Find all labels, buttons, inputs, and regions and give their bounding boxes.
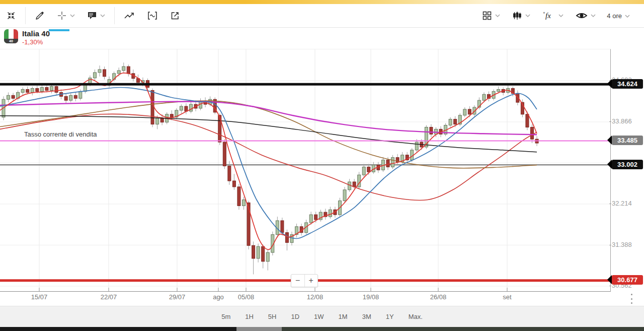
chevron-down-icon [591, 14, 596, 18]
candle [391, 158, 394, 167]
collapse-button[interactable] [0, 4, 22, 27]
trend-line-button[interactable] [118, 4, 141, 27]
chevron-down-icon [525, 14, 530, 18]
timeframe-button-max[interactable]: Max. [407, 312, 424, 321]
candle [314, 215, 317, 220]
toolbar-divider [114, 7, 115, 24]
collapse-icon [6, 11, 16, 21]
toolbar-right-group: + fx 4 o [476, 4, 644, 27]
candle [98, 70, 101, 73]
candle [31, 88, 34, 92]
candle [64, 96, 67, 100]
candle [103, 70, 106, 77]
x-axis-label: 26/08 [430, 293, 447, 301]
y-axis-label: 32.214 [612, 200, 632, 207]
chevron-down-icon [70, 14, 75, 18]
chart-toolbar: + fx 4 o [0, 4, 644, 28]
candle [21, 89, 24, 92]
x-axis-label: 22/07 [101, 293, 117, 301]
timeframe-button-3m[interactable]: 3M [361, 312, 373, 321]
zoom-in-button[interactable]: + [305, 275, 318, 287]
active-tool-underline [49, 29, 69, 31]
italy-flag-icon: 40 [4, 29, 18, 43]
layout-grid-button[interactable] [476, 4, 506, 27]
candle [262, 246, 265, 261]
functions-button[interactable]: + fx [536, 4, 570, 27]
price-chart[interactable] [0, 49, 611, 292]
interval-select[interactable]: 4 ore [602, 12, 638, 20]
candle [151, 90, 154, 124]
candle [228, 166, 231, 181]
draw-button[interactable] [29, 4, 51, 27]
candle [309, 215, 312, 223]
candle [69, 95, 72, 100]
crosshair-icon [57, 11, 67, 21]
timeframe-button-1y[interactable]: 1Y [384, 312, 395, 321]
candle [45, 88, 48, 91]
candle [362, 167, 365, 175]
crosshair-tool-button[interactable] [51, 4, 81, 27]
candle [93, 73, 96, 78]
chevron-down-icon [558, 14, 564, 18]
candle [329, 210, 332, 217]
fx-icon: + fx [542, 11, 555, 21]
timeframe-button-1m[interactable]: 1M [337, 312, 349, 321]
indicator-brackets-button[interactable] [141, 4, 164, 27]
candle [415, 142, 418, 150]
svg-text:fx: fx [545, 12, 551, 20]
chart-area: Tasso corrente di vendita 34.69233.86632… [0, 0, 644, 331]
candle [189, 104, 192, 111]
more-options-button[interactable] [628, 294, 634, 304]
candle [449, 119, 452, 125]
trend-arrow-icon [124, 11, 135, 20]
price-badge: 34.624 [612, 79, 643, 89]
top-progress-bar [0, 0, 644, 4]
y-axis-label: 30.562 [612, 282, 632, 289]
price-badge: 30.677 [612, 275, 643, 285]
trading-chart-app: + fx 4 o [0, 0, 644, 331]
timeframe-bar: 5m1H5H1D1W1M3M1YMax. [0, 306, 644, 327]
timeframe-button-5h[interactable]: 5H [267, 312, 278, 321]
zoom-out-button[interactable]: − [291, 275, 305, 287]
eye-icon [576, 11, 588, 20]
candle [526, 114, 529, 127]
zoom-controls: − + [291, 274, 318, 287]
pencil-icon [35, 11, 45, 21]
interval-label: 4 ore [607, 12, 622, 20]
candle [156, 118, 159, 124]
indicator-brackets-icon [147, 11, 158, 20]
timeframe-button-1d[interactable]: 1D [289, 312, 301, 321]
timeframe-button-1h[interactable]: 1H [244, 312, 255, 321]
candle [7, 95, 10, 99]
y-axis-label: 31.388 [612, 241, 632, 248]
chevron-down-icon [495, 14, 500, 18]
candle [40, 88, 43, 92]
candle [122, 67, 125, 71]
instrument-header: 40 Italia 40 -1,30% [4, 29, 50, 46]
chart-type-button[interactable] [506, 4, 536, 27]
x-axis-label: 15/07 [31, 293, 48, 301]
candle [26, 89, 29, 92]
x-axis-label: 05/08 [238, 293, 255, 301]
ma-magenta [0, 101, 537, 135]
instrument-change: -1,30% [22, 38, 50, 46]
candle [232, 181, 235, 187]
toolbar-divider [25, 7, 26, 24]
visibility-button[interactable] [570, 4, 602, 27]
open-external-button[interactable] [164, 4, 186, 27]
candle [117, 71, 120, 74]
candle [12, 95, 15, 98]
candle [482, 94, 486, 100]
open-external-icon [170, 11, 180, 21]
candle [497, 89, 500, 91]
comment-icon [87, 11, 97, 20]
timeframe-button-1w[interactable]: 1W [312, 312, 326, 321]
timeframe-button-5m[interactable]: 5m [220, 312, 232, 321]
comments-button[interactable] [81, 4, 111, 27]
candle [180, 106, 183, 110]
x-axis-label: 19/08 [363, 293, 379, 301]
x-axis-label: ago [213, 293, 224, 301]
chevron-down-icon [100, 14, 105, 18]
candle [257, 246, 260, 258]
candle [36, 88, 39, 91]
